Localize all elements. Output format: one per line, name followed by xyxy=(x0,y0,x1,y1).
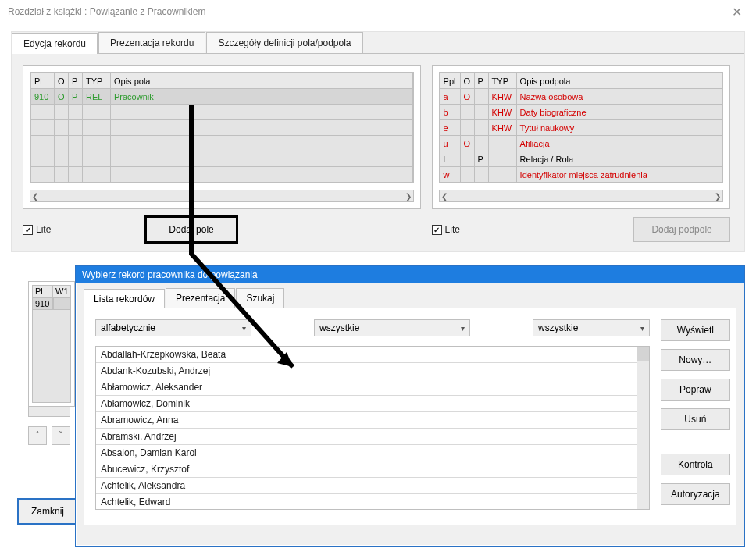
check-icon: ✔ xyxy=(23,225,33,235)
control-button[interactable]: Kontrola xyxy=(661,454,730,475)
employee-listbox[interactable]: Abdallah-Krzepkowska, BeataAbdank-Kozubs… xyxy=(95,346,650,510)
edit-button[interactable]: Popraw xyxy=(661,379,730,401)
mini-controls: ˄ ˅ xyxy=(28,406,70,445)
lite-label: Lite xyxy=(36,224,51,235)
subfield-row[interactable]: uOAfiliacja xyxy=(440,136,722,151)
list-item[interactable]: Achtelik, Aleksandra xyxy=(96,478,649,494)
scroll-left-icon[interactable]: ❮ xyxy=(32,192,38,201)
chevron-down-icon: ▾ xyxy=(242,324,246,333)
modal-title: Wybierz rekord pracownika do powiązania xyxy=(76,266,744,283)
mini-row[interactable]: 910 xyxy=(32,297,71,310)
fields-grid[interactable]: Pl O P TYP Opis pola 910 O P REL Pracown… xyxy=(30,73,413,183)
scroll-left-icon[interactable]: ❮ xyxy=(441,192,448,201)
field-row[interactable]: 910 O P REL Pracownik xyxy=(31,89,413,105)
listbox-vscroll[interactable] xyxy=(637,347,649,509)
list-item[interactable]: Abucewicz, Krzysztof xyxy=(96,461,649,478)
col-ppl: Ppl xyxy=(440,73,460,89)
move-down-button[interactable]: ˅ xyxy=(52,426,70,445)
subfield-row[interactable]: bKHWDaty biograficzne xyxy=(440,105,722,120)
modal-tab-search[interactable]: Szukaj xyxy=(236,288,284,308)
mini-hscroll[interactable] xyxy=(28,406,70,417)
select-employee-modal: Wybierz rekord pracownika do powiązania … xyxy=(75,265,745,547)
window-title: Rozdział z książki : Powiązanie z Pracow… xyxy=(8,6,726,17)
delete-button[interactable]: Usuń xyxy=(661,408,730,430)
main-tabs: Edycja rekordu Prezentacja rekordu Szcze… xyxy=(12,32,744,54)
filter2-select-value: wszystkie xyxy=(538,322,578,333)
main-panel: Edycja rekordu Prezentacja rekordu Szcze… xyxy=(11,31,745,252)
mini-col-w1: W1 xyxy=(52,285,71,297)
new-button[interactable]: Nowy… xyxy=(661,349,730,371)
filter1-select[interactable]: wszystkie ▾ xyxy=(314,319,470,336)
scroll-right-icon[interactable]: ❯ xyxy=(715,192,721,201)
col-p: P xyxy=(69,73,83,89)
col-p2: P xyxy=(474,73,488,89)
modal-tab-list[interactable]: Lista rekordów xyxy=(84,289,165,308)
list-item[interactable]: Abdallah-Krzepkowska, Beata xyxy=(96,347,649,363)
tab-content: Pl O P TYP Opis pola 910 O P REL Pracown… xyxy=(12,54,744,251)
col-pl: Pl xyxy=(31,73,55,89)
subfield-row[interactable]: wIdentyfikator miejsca zatrudnienia xyxy=(440,167,722,183)
chevron-down-icon: ▾ xyxy=(640,324,644,333)
move-up-button[interactable]: ˄ xyxy=(28,426,47,445)
tab-edit-record[interactable]: Edycja rekordu xyxy=(12,33,98,54)
fields-grid-hscroll[interactable]: ❮ ❯ xyxy=(30,190,414,202)
list-item[interactable]: Abdank-Kozubski, Andrzej xyxy=(96,363,649,379)
subfield-row[interactable]: eKHWTytuł naukowy xyxy=(440,120,722,136)
list-item[interactable]: Absalon, Damian Karol xyxy=(96,445,649,461)
add-field-button[interactable]: Dodaj pole xyxy=(144,215,237,244)
lite-label: Lite xyxy=(445,224,460,235)
col-o2: O xyxy=(460,73,474,89)
window-titlebar: Rozdział z książki : Powiązanie z Pracow… xyxy=(0,0,756,23)
authorize-button[interactable]: Autoryzacja xyxy=(661,483,730,505)
lite-checkbox-left[interactable]: ✔ Lite xyxy=(23,224,51,235)
subfield-row[interactable]: lPRelacja / Rola xyxy=(440,151,722,167)
list-item[interactable]: Abłamowicz, Dominik xyxy=(96,396,649,412)
tab-present-record[interactable]: Prezentacja rekordu xyxy=(98,32,205,53)
col-typ2: TYP xyxy=(488,73,516,89)
check-icon: ✔ xyxy=(432,225,442,235)
list-item[interactable]: Achtelik, Edward xyxy=(96,494,649,510)
subfield-row[interactable]: aOKHWNazwa osobowa xyxy=(440,89,722,105)
modal-tabs: Lista rekordów Prezentacja Szukaj xyxy=(84,288,736,308)
subfields-grid[interactable]: Ppl O P TYP Opis podpola aOKHWNazwa osob… xyxy=(440,73,722,183)
filter2-select[interactable]: wszystkie ▾ xyxy=(533,319,650,336)
list-item[interactable]: Abramski, Andrzej xyxy=(96,429,649,445)
filter1-select-value: wszystkie xyxy=(319,322,359,333)
subfields-grid-panel: Ppl O P TYP Opis podpola aOKHWNazwa osob… xyxy=(432,65,730,209)
tab-field-details[interactable]: Szczegóły definicji pola/podpola xyxy=(206,32,362,53)
lite-checkbox-right[interactable]: ✔ Lite xyxy=(432,224,460,235)
display-button[interactable]: Wyświetl xyxy=(661,319,730,341)
sort-select-value: alfabetycznie xyxy=(101,322,155,333)
mini-col-pl: Pl xyxy=(32,285,52,297)
fields-grid-panel: Pl O P TYP Opis pola 910 O P REL Pracown… xyxy=(23,65,421,209)
close-button[interactable]: Zamknij xyxy=(17,498,78,525)
col-opis: Opis pola xyxy=(111,73,413,89)
col-opis2: Opis podpola xyxy=(516,73,722,89)
col-typ: TYP xyxy=(83,73,111,89)
col-o: O xyxy=(55,73,69,89)
subfields-grid-hscroll[interactable]: ❮ ❯ xyxy=(439,190,723,202)
list-item[interactable]: Abramowicz, Anna xyxy=(96,412,649,429)
scroll-right-icon[interactable]: ❯ xyxy=(405,192,412,201)
add-subfield-button: Dodaj podpole xyxy=(633,217,729,242)
close-icon[interactable]: ✕ xyxy=(726,5,748,20)
chevron-down-icon: ▾ xyxy=(461,324,465,333)
sort-select[interactable]: alfabetycznie ▾ xyxy=(95,319,251,336)
modal-tab-present[interactable]: Prezentacja xyxy=(166,288,235,308)
mini-field-grid: Pl W1 910 xyxy=(28,281,75,407)
list-item[interactable]: Abłamowicz, Aleksander xyxy=(96,379,649,396)
